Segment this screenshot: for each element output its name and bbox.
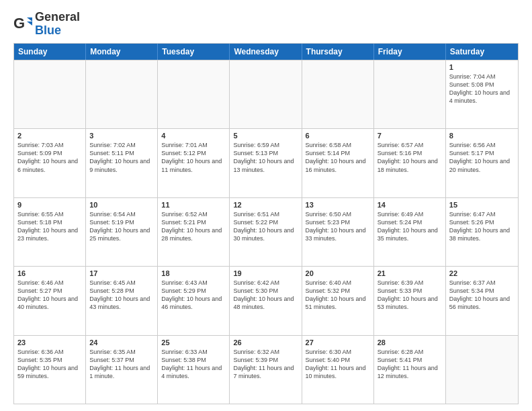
day-info: Sunrise: 6:54 AM Sunset: 5:19 PM Dayligh… xyxy=(89,210,154,243)
day-number: 18 xyxy=(161,269,226,277)
day-info: Sunrise: 6:57 AM Sunset: 5:16 PM Dayligh… xyxy=(378,141,442,174)
header-day-tuesday: Tuesday xyxy=(158,44,230,60)
day-info: Sunrise: 6:58 AM Sunset: 5:14 PM Dayligh… xyxy=(306,141,370,174)
day-number: 1 xyxy=(449,63,515,71)
calendar-day-empty xyxy=(446,336,518,404)
header-day-sunday: Sunday xyxy=(14,44,86,60)
header-day-thursday: Thursday xyxy=(302,44,374,60)
header-day-monday: Monday xyxy=(86,44,158,60)
day-info: Sunrise: 6:49 AM Sunset: 5:24 PM Dayligh… xyxy=(378,210,442,243)
calendar-day-8: 8Sunrise: 6:56 AM Sunset: 5:17 PM Daylig… xyxy=(446,129,518,197)
svg-text:G: G xyxy=(13,15,25,32)
day-info: Sunrise: 6:45 AM Sunset: 5:28 PM Dayligh… xyxy=(89,279,154,312)
day-number: 5 xyxy=(233,132,298,140)
calendar-day-20: 20Sunrise: 6:40 AM Sunset: 5:32 PM Dayli… xyxy=(302,267,374,334)
calendar-day-23: 23Sunrise: 6:36 AM Sunset: 5:35 PM Dayli… xyxy=(14,336,86,404)
calendar-day-14: 14Sunrise: 6:49 AM Sunset: 5:24 PM Dayli… xyxy=(374,198,446,266)
day-number: 13 xyxy=(306,201,370,209)
calendar-week-4: 16Sunrise: 6:46 AM Sunset: 5:27 PM Dayli… xyxy=(14,266,518,334)
day-info: Sunrise: 6:36 AM Sunset: 5:35 PM Dayligh… xyxy=(17,348,82,381)
calendar-day-25: 25Sunrise: 6:33 AM Sunset: 5:38 PM Dayli… xyxy=(158,336,230,404)
day-number: 28 xyxy=(378,338,442,347)
calendar-day-12: 12Sunrise: 6:51 AM Sunset: 5:22 PM Dayli… xyxy=(230,198,302,266)
day-number: 2 xyxy=(17,132,82,140)
day-info: Sunrise: 6:55 AM Sunset: 5:18 PM Dayligh… xyxy=(17,210,82,243)
day-info: Sunrise: 6:47 AM Sunset: 5:26 PM Dayligh… xyxy=(449,210,515,243)
day-info: Sunrise: 6:39 AM Sunset: 5:33 PM Dayligh… xyxy=(378,279,442,312)
calendar-day-19: 19Sunrise: 6:42 AM Sunset: 5:30 PM Dayli… xyxy=(230,267,302,334)
calendar-day-22: 22Sunrise: 6:37 AM Sunset: 5:34 PM Dayli… xyxy=(446,267,518,334)
day-number: 15 xyxy=(449,201,515,209)
day-number: 6 xyxy=(306,132,370,140)
day-info: Sunrise: 7:01 AM Sunset: 5:12 PM Dayligh… xyxy=(161,141,226,174)
day-info: Sunrise: 7:02 AM Sunset: 5:11 PM Dayligh… xyxy=(89,141,154,174)
calendar: SundayMondayTuesdayWednesdayThursdayFrid… xyxy=(13,43,519,404)
day-info: Sunrise: 6:50 AM Sunset: 5:23 PM Dayligh… xyxy=(306,210,370,243)
logo-general: General xyxy=(35,11,80,24)
day-info: Sunrise: 6:52 AM Sunset: 5:21 PM Dayligh… xyxy=(161,210,226,243)
calendar-week-1: 1Sunrise: 7:04 AM Sunset: 5:08 PM Daylig… xyxy=(14,60,518,128)
calendar-day-6: 6Sunrise: 6:58 AM Sunset: 5:14 PM Daylig… xyxy=(302,129,374,197)
day-number: 24 xyxy=(89,338,154,347)
header-day-saturday: Saturday xyxy=(446,44,518,60)
day-info: Sunrise: 6:37 AM Sunset: 5:34 PM Dayligh… xyxy=(449,279,515,312)
day-info: Sunrise: 7:03 AM Sunset: 5:09 PM Dayligh… xyxy=(17,141,82,174)
day-number: 12 xyxy=(233,201,298,209)
calendar-day-7: 7Sunrise: 6:57 AM Sunset: 5:16 PM Daylig… xyxy=(374,129,446,197)
calendar-day-4: 4Sunrise: 7:01 AM Sunset: 5:12 PM Daylig… xyxy=(158,129,230,197)
day-info: Sunrise: 6:33 AM Sunset: 5:38 PM Dayligh… xyxy=(161,348,226,381)
day-number: 3 xyxy=(89,132,154,140)
calendar-day-5: 5Sunrise: 6:59 AM Sunset: 5:13 PM Daylig… xyxy=(230,129,302,197)
header: G General Blue xyxy=(13,11,519,38)
day-info: Sunrise: 6:46 AM Sunset: 5:27 PM Dayligh… xyxy=(17,279,82,312)
calendar-day-empty xyxy=(86,60,158,128)
calendar-day-10: 10Sunrise: 6:54 AM Sunset: 5:19 PM Dayli… xyxy=(86,198,158,266)
calendar-day-empty xyxy=(230,60,302,128)
day-number: 23 xyxy=(17,338,82,347)
day-number: 22 xyxy=(449,269,515,277)
day-info: Sunrise: 6:59 AM Sunset: 5:13 PM Dayligh… xyxy=(233,141,298,174)
calendar-day-15: 15Sunrise: 6:47 AM Sunset: 5:26 PM Dayli… xyxy=(446,198,518,266)
calendar-day-empty xyxy=(374,60,446,128)
page: G General Blue SundayMondayTuesdayWednes… xyxy=(0,0,532,411)
calendar-header: SundayMondayTuesdayWednesdayThursdayFrid… xyxy=(14,44,518,60)
day-number: 14 xyxy=(378,201,442,209)
calendar-day-13: 13Sunrise: 6:50 AM Sunset: 5:23 PM Dayli… xyxy=(302,198,374,266)
calendar-day-21: 21Sunrise: 6:39 AM Sunset: 5:33 PM Dayli… xyxy=(374,267,446,334)
day-number: 21 xyxy=(378,269,442,277)
day-info: Sunrise: 6:28 AM Sunset: 5:41 PM Dayligh… xyxy=(378,348,442,381)
calendar-body: 1Sunrise: 7:04 AM Sunset: 5:08 PM Daylig… xyxy=(14,60,518,404)
logo-icon: G xyxy=(13,15,32,34)
calendar-day-empty xyxy=(302,60,374,128)
header-day-friday: Friday xyxy=(374,44,446,60)
calendar-day-17: 17Sunrise: 6:45 AM Sunset: 5:28 PM Dayli… xyxy=(86,267,158,334)
day-number: 8 xyxy=(449,132,515,140)
calendar-day-18: 18Sunrise: 6:43 AM Sunset: 5:29 PM Dayli… xyxy=(158,267,230,334)
svg-marker-1 xyxy=(27,17,32,21)
day-info: Sunrise: 6:56 AM Sunset: 5:17 PM Dayligh… xyxy=(449,141,515,174)
calendar-day-27: 27Sunrise: 6:30 AM Sunset: 5:40 PM Dayli… xyxy=(302,336,374,404)
day-number: 7 xyxy=(378,132,442,140)
calendar-day-3: 3Sunrise: 7:02 AM Sunset: 5:11 PM Daylig… xyxy=(86,129,158,197)
day-number: 25 xyxy=(161,338,226,347)
day-info: Sunrise: 6:32 AM Sunset: 5:39 PM Dayligh… xyxy=(233,348,298,381)
day-number: 11 xyxy=(161,201,226,209)
day-number: 9 xyxy=(17,201,82,209)
calendar-day-26: 26Sunrise: 6:32 AM Sunset: 5:39 PM Dayli… xyxy=(230,336,302,404)
calendar-day-16: 16Sunrise: 6:46 AM Sunset: 5:27 PM Dayli… xyxy=(14,267,86,334)
calendar-day-9: 9Sunrise: 6:55 AM Sunset: 5:18 PM Daylig… xyxy=(14,198,86,266)
calendar-day-24: 24Sunrise: 6:35 AM Sunset: 5:37 PM Dayli… xyxy=(86,336,158,404)
day-number: 17 xyxy=(89,269,154,277)
logo: G General Blue xyxy=(13,11,80,38)
calendar-week-5: 23Sunrise: 6:36 AM Sunset: 5:35 PM Dayli… xyxy=(14,335,518,404)
day-info: Sunrise: 6:30 AM Sunset: 5:40 PM Dayligh… xyxy=(306,348,370,381)
day-info: Sunrise: 6:35 AM Sunset: 5:37 PM Dayligh… xyxy=(89,348,154,381)
day-info: Sunrise: 6:42 AM Sunset: 5:30 PM Dayligh… xyxy=(233,279,298,312)
calendar-day-empty xyxy=(14,60,86,128)
day-number: 10 xyxy=(89,201,154,209)
day-number: 19 xyxy=(233,269,298,277)
header-day-wednesday: Wednesday xyxy=(230,44,302,60)
calendar-day-1: 1Sunrise: 7:04 AM Sunset: 5:08 PM Daylig… xyxy=(446,60,518,128)
calendar-week-2: 2Sunrise: 7:03 AM Sunset: 5:09 PM Daylig… xyxy=(14,128,518,197)
calendar-day-28: 28Sunrise: 6:28 AM Sunset: 5:41 PM Dayli… xyxy=(374,336,446,404)
